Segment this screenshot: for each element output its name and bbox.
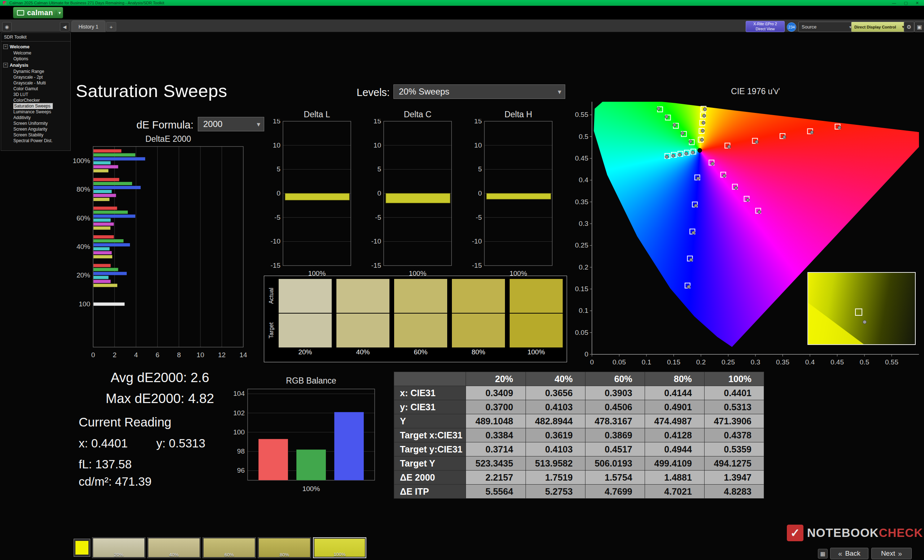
app-icon bbox=[3, 1, 6, 5]
minimize-icon[interactable]: — bbox=[892, 1, 896, 5]
shortcut-grid-icon[interactable]: ▦ bbox=[818, 549, 828, 559]
sidebar-item-spectral-power-dist[interactable]: Spectral Power Dist. bbox=[14, 138, 70, 144]
svg-text:0: 0 bbox=[590, 358, 594, 366]
sidebar-item-screen-stability[interactable]: Screen Stability bbox=[14, 132, 70, 138]
svg-text:0.25: 0.25 bbox=[722, 358, 735, 366]
patch-tile-80[interactable]: 80% bbox=[258, 537, 311, 558]
collapse-icon[interactable]: − bbox=[3, 63, 8, 67]
row-label: Y bbox=[394, 414, 466, 428]
measured-dot-cyan bbox=[672, 154, 675, 157]
de-formula-select[interactable]: 2000 ▾ bbox=[198, 117, 264, 131]
collapse-icon[interactable]: − bbox=[3, 44, 8, 49]
svg-text:0.3: 0.3 bbox=[751, 358, 760, 366]
de-bar bbox=[93, 227, 111, 230]
de-bar bbox=[93, 223, 114, 226]
table-cell: 2.2157 bbox=[466, 470, 525, 485]
svg-text:4: 4 bbox=[134, 351, 138, 359]
table-cell: 523.3435 bbox=[466, 457, 525, 470]
sidebar-item-luminance-sweeps[interactable]: Luminance Sweeps bbox=[14, 109, 70, 115]
measured-dot-cyan bbox=[665, 155, 669, 159]
inset-target-marker bbox=[855, 308, 862, 316]
display-control-select[interactable]: Direct Display Control ▾ bbox=[851, 22, 908, 32]
sidebar-menu-icon[interactable]: ◉ bbox=[2, 22, 12, 31]
current-patch-tile[interactable] bbox=[74, 539, 90, 557]
svg-text:102: 102 bbox=[233, 409, 245, 417]
add-tab-button[interactable]: + bbox=[106, 22, 116, 31]
svg-text:20%: 20% bbox=[76, 271, 90, 279]
delta-l-chart: 151050-5-10-15100% bbox=[266, 119, 354, 279]
sidebar-item-screen-angularity[interactable]: Screen Angularity bbox=[14, 126, 70, 132]
patch-tile-20[interactable]: 20% bbox=[92, 537, 146, 558]
swatch-label: 100% bbox=[510, 348, 563, 356]
svg-text:0.05: 0.05 bbox=[575, 329, 588, 336]
svg-text:-15: -15 bbox=[271, 262, 280, 269]
source-select[interactable]: Source ▾ bbox=[798, 22, 855, 32]
tree-section-label: Welcome bbox=[10, 44, 30, 49]
svg-text:0.45: 0.45 bbox=[575, 154, 588, 162]
patch-tile-100[interactable]: 100% bbox=[313, 537, 366, 558]
sidebar-item-screen-uniformity[interactable]: Screen Uniformity bbox=[14, 121, 70, 126]
measured-dot-yellow bbox=[702, 121, 705, 124]
check-glyph: ✓ bbox=[790, 526, 800, 540]
delta-c-chart: 151050-5-10-15100% bbox=[366, 119, 454, 279]
measured-dot-cyan bbox=[685, 152, 688, 155]
sidebar-item-additivity[interactable]: Additivity bbox=[14, 115, 70, 121]
de-bar bbox=[93, 165, 118, 169]
patch-tile-60[interactable]: 60% bbox=[202, 537, 256, 558]
close-icon[interactable]: ✕ bbox=[916, 1, 919, 5]
sidebar-item-saturation-sweeps[interactable]: Saturation Sweeps bbox=[14, 103, 53, 109]
table-cell: 506.0193 bbox=[585, 457, 645, 470]
maximize-icon[interactable]: ▢ bbox=[904, 1, 908, 5]
white-point-dot bbox=[698, 148, 702, 153]
svg-text:100%: 100% bbox=[72, 157, 90, 165]
table-cell: 0.4506 bbox=[585, 400, 645, 414]
source-label: Source bbox=[802, 24, 816, 30]
svg-text:6: 6 bbox=[156, 351, 159, 359]
levels-select[interactable]: 20% Sweeps ▾ bbox=[393, 84, 565, 99]
table-cell: 0.3409 bbox=[466, 386, 525, 400]
sidebar-item-welcome[interactable]: Welcome bbox=[14, 50, 70, 56]
tree-section-welcome[interactable]: −Welcome bbox=[3, 43, 70, 50]
target-swatch bbox=[510, 314, 563, 347]
sidebar-item-colorchecker[interactable]: ColorChecker bbox=[14, 97, 70, 103]
max-de2000: Max dE2000: 4.82 bbox=[79, 391, 241, 406]
sidebar-item-grayscale-multi[interactable]: Grayscale - Multi bbox=[14, 80, 70, 86]
calman-menu-button[interactable]: calman ▾ bbox=[13, 7, 63, 18]
cd-label: cd/m²: bbox=[79, 475, 112, 488]
de-formula-value: 2000 bbox=[203, 119, 222, 129]
sidebar-item-grayscale-2pt[interactable]: Grayscale - 2pt bbox=[14, 74, 70, 80]
table-cell: 0.3619 bbox=[525, 428, 585, 442]
gear-icon[interactable]: ⚙ bbox=[904, 22, 914, 32]
next-button[interactable]: Next » bbox=[871, 548, 912, 559]
measured-dot-red bbox=[783, 135, 786, 139]
svg-text:-15: -15 bbox=[472, 262, 482, 269]
actual-swatch bbox=[279, 279, 332, 313]
col-header-100%: 100% bbox=[704, 372, 764, 386]
svg-text:10: 10 bbox=[374, 141, 381, 149]
sidebar-item-options[interactable]: Options bbox=[14, 56, 70, 62]
sidebar-item-color-gamut[interactable]: Color Gamut bbox=[14, 86, 70, 92]
actual-swatch bbox=[510, 279, 563, 313]
svg-text:0: 0 bbox=[377, 189, 381, 197]
current-reading-title: Current Reading bbox=[79, 415, 171, 430]
chevron-down-icon: ▾ bbox=[256, 120, 260, 129]
table-cell: 474.4987 bbox=[645, 414, 704, 428]
svg-text:0: 0 bbox=[478, 189, 482, 197]
target-swatch bbox=[279, 314, 332, 347]
patch-tile-40[interactable]: 40% bbox=[147, 537, 201, 558]
red-bar bbox=[258, 439, 288, 480]
patch-label: 40% bbox=[148, 552, 200, 557]
sidebar-item-dynamic-range[interactable]: Dynamic Range bbox=[14, 69, 70, 74]
back-button[interactable]: « Back bbox=[830, 548, 868, 559]
rgb-balance-chart: 1041021009896100% bbox=[230, 386, 386, 494]
sidebar-collapse-icon[interactable]: ◀ bbox=[60, 22, 69, 31]
tab-history-1[interactable]: History 1 bbox=[72, 21, 105, 32]
meter-select-button[interactable]: X-Rite i1Pro 2 Direct View bbox=[746, 21, 784, 32]
swatch-label: 20% bbox=[279, 348, 332, 356]
sidebar-item-3d-lut[interactable]: 3D LUT bbox=[14, 92, 70, 97]
tree-section-analysis[interactable]: −Analysis bbox=[3, 62, 70, 69]
col-header-20%: 20% bbox=[466, 372, 525, 386]
workspace-layout-icon[interactable]: ▣ bbox=[914, 22, 924, 32]
de-bar bbox=[93, 276, 109, 279]
de-bar bbox=[93, 302, 124, 305]
